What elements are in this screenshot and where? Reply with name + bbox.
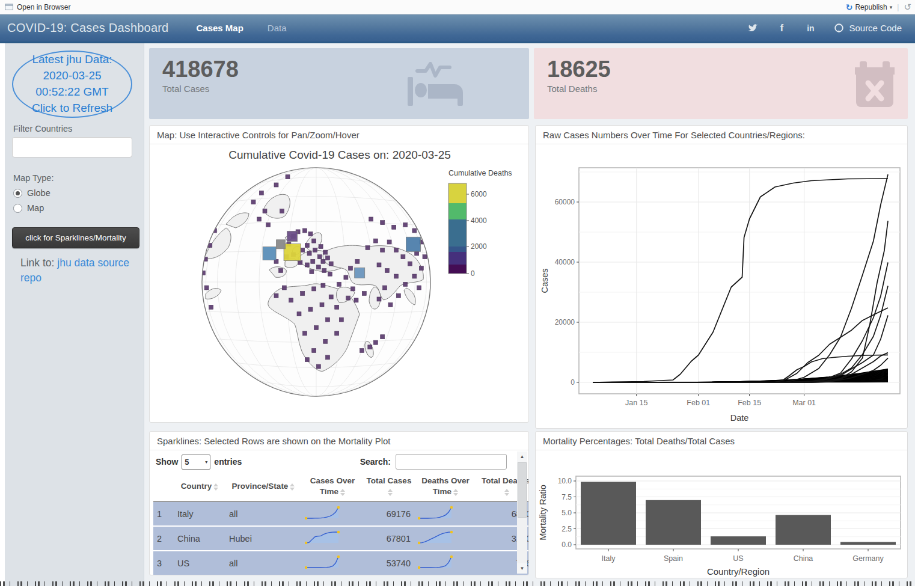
col-header-Deaths Over Time[interactable]: Deaths Over Time: [414, 472, 477, 501]
case-marker: [204, 286, 209, 290]
sort-icon[interactable]: [504, 489, 509, 496]
case-marker: [408, 262, 412, 266]
sort-icon[interactable]: [290, 483, 295, 491]
case-marker: [312, 349, 316, 353]
sparklines-mortality-button[interactable]: click for Sparklines/Mortality: [12, 227, 139, 248]
facebook-icon[interactable]: f: [776, 23, 787, 34]
case-marker: [314, 326, 319, 330]
tab-data[interactable]: Data: [258, 14, 296, 41]
case-marker: [383, 286, 387, 290]
case-marker: [263, 209, 267, 213]
svg-text:Germany: Germany: [852, 554, 884, 563]
sidebar: Latest jhu Data: 2020-03-25 00:52:22 GMT…: [5, 43, 144, 586]
svg-text:Cumulative Covid-19 Cases on:: Cumulative Covid-19 Cases on: 2020-03-25: [228, 149, 451, 161]
case-marker: [335, 305, 339, 309]
case-marker: [274, 183, 278, 187]
case-marker: [301, 248, 305, 252]
sort-icon[interactable]: [213, 483, 218, 491]
radio-map-control[interactable]: [13, 204, 22, 213]
page-size-select[interactable]: 5▾: [182, 455, 210, 470]
filter-countries-input[interactable]: [12, 137, 132, 158]
case-marker: [320, 303, 324, 307]
svg-text:40000: 40000: [555, 258, 575, 266]
table-row-US[interactable]: 3USall53740706: [153, 551, 529, 575]
sort-icon[interactable]: [340, 489, 345, 496]
case-marker: [326, 256, 330, 260]
svg-text:5.0: 5.0: [562, 509, 572, 517]
scroll-thumb[interactable]: [518, 462, 527, 518]
case-marker: [301, 292, 305, 296]
sort-icon[interactable]: [388, 489, 393, 496]
source-code-link[interactable]: Source Code: [834, 23, 902, 33]
svg-text:Mortality Ratio: Mortality Ratio: [538, 485, 548, 541]
case-marker: [394, 274, 399, 278]
sparklines-panel-header: Sparklines: Selected Rows are shown on t…: [150, 432, 528, 450]
table-controls: Show 5▾ entries Search:: [150, 450, 528, 472]
sparkline-plot: [305, 554, 340, 570]
radio-globe[interactable]: Globe: [13, 188, 136, 198]
refresh-data-bubble[interactable]: Latest jhu Data: 2020-03-25 00:52:22 GMT…: [12, 51, 132, 118]
clipped-bottom-content: [0, 581, 915, 586]
table-search-input[interactable]: [396, 454, 507, 470]
col-header-Country[interactable]: Country: [174, 472, 225, 501]
case-marker: [329, 262, 333, 266]
case-marker: [373, 239, 378, 243]
case-marker: [297, 312, 301, 316]
cases-sparkline-cell: [301, 551, 364, 575]
svg-text:Cases: Cases: [540, 268, 549, 293]
row-index: 2: [153, 526, 174, 551]
radio-map[interactable]: Map: [13, 203, 136, 213]
radio-globe-control[interactable]: [13, 189, 22, 198]
case-marker: [308, 307, 313, 311]
col-header-Province/State[interactable]: Province/State: [225, 472, 301, 501]
svg-text:Italy: Italy: [602, 554, 616, 563]
table-body: 1Italyall6917668202ChinaHubei6780131603U…: [153, 501, 529, 575]
globe-map[interactable]: Cumulative Covid-19 Cases on: 2020-03-25…: [150, 144, 528, 422]
mortality-panel: Mortality Percentages: Total Deaths/Tota…: [535, 431, 908, 578]
scroll-up-icon[interactable]: ▲: [517, 452, 527, 462]
cases-panel-header: Raw Cases Numbers Over Time For Selected…: [536, 126, 907, 144]
app-title: COVID-19: Cases Dashboard: [0, 21, 186, 35]
case-marker: [401, 255, 405, 259]
svg-text:0: 0: [471, 269, 475, 278]
linkedin-icon[interactable]: in: [805, 23, 816, 34]
case-marker: [412, 228, 417, 233]
table-row-Italy[interactable]: 1Italyall691766820: [153, 501, 529, 526]
case-marker: [310, 269, 314, 274]
case-marker: [419, 266, 423, 271]
country-cell: Italy: [174, 501, 225, 526]
table-scrollbar[interactable]: ▲ ▼: [517, 452, 527, 574]
case-marker: [312, 287, 316, 291]
svg-text:4000: 4000: [471, 216, 487, 225]
case-marker: [392, 225, 396, 229]
svg-text:0.0: 0.0: [562, 541, 572, 549]
case-marker: [298, 260, 302, 265]
case-marker: [377, 297, 381, 301]
sort-icon[interactable]: [453, 489, 458, 496]
province-cell: all: [225, 551, 301, 575]
case-marker: [412, 274, 417, 278]
highlight-marker-France: [277, 240, 286, 249]
twitter-icon[interactable]: [747, 23, 758, 34]
case-marker: [377, 263, 381, 267]
case-marker: [417, 286, 421, 290]
bar-Spain: [646, 500, 701, 545]
cases-sparkline-cell: [301, 501, 364, 526]
republish-button[interactable]: ↻ Republish ▾: [846, 2, 893, 12]
svg-text:Feb 15: Feb 15: [738, 399, 761, 407]
case-marker: [322, 269, 326, 273]
case-marker: [326, 317, 330, 322]
case-marker: [305, 358, 309, 362]
case-marker: [259, 191, 263, 195]
svg-text:7.5: 7.5: [562, 493, 572, 501]
col-header-Total Cases[interactable]: Total Cases: [364, 472, 414, 501]
tab-cases-map[interactable]: Cases Map: [186, 14, 252, 41]
reload-icon[interactable]: ↺: [904, 2, 911, 13]
scroll-down-icon[interactable]: ▼: [517, 563, 527, 574]
total-deaths-value: 18625: [534, 48, 908, 84]
calendar-times-icon: [855, 61, 895, 107]
open-in-browser-button[interactable]: Open in Browser: [17, 3, 70, 11]
table-row-China[interactable]: 2ChinaHubei678013160: [153, 526, 529, 551]
col-header-Cases Over Time[interactable]: Cases Over Time: [301, 472, 364, 501]
svg-text:Country/Region: Country/Region: [707, 566, 770, 577]
